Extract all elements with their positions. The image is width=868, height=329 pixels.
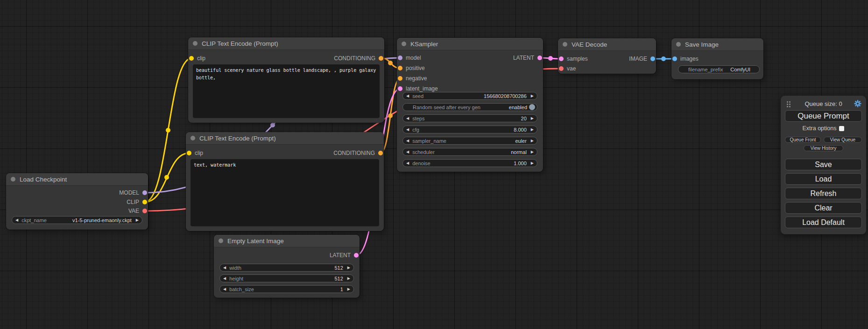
queue-menu-panel: Queue size: 0 Queue Prompt Extra options… [781,96,866,234]
node-ksampler[interactable]: KSampler model positive negative latent_… [397,38,543,172]
decrement-arrow-icon[interactable]: ◀ [406,128,409,132]
increment-arrow-icon[interactable]: ▶ [531,128,534,132]
decrement-arrow-icon[interactable]: ◀ [406,150,409,154]
node-save-image[interactable]: Save Image images filename_prefix ComfyU… [671,38,763,79]
increment-arrow-icon[interactable]: ▶ [347,266,350,270]
increment-arrow-icon[interactable]: ▶ [531,117,534,120]
clip-input-port[interactable] [189,56,194,61]
extra-options-checkbox[interactable] [839,126,844,131]
batch-size-widget[interactable]: ◀ batch_size 1 ▶ [219,285,354,293]
collapse-dot-icon[interactable] [11,177,15,182]
clip-output-port[interactable] [142,200,147,204]
random-seed-toggle-widget[interactable]: Random seed after every gen enabled [402,103,537,111]
queue-front-button[interactable]: Queue Front [785,137,821,143]
decrement-arrow-icon[interactable]: ◀ [223,266,226,270]
decrement-arrow-icon[interactable]: ◀ [223,277,226,280]
drag-handle-icon[interactable] [787,101,788,103]
positive-prompt-textarea[interactable]: beautiful scenery nature glass bottle la… [193,64,380,118]
node-title-bar[interactable]: KSampler [397,38,543,50]
node-clip-text-encode-negative[interactable]: CLIP Text Encode (Prompt) clip CONDITION… [186,132,384,231]
widget-label: scheduler [412,149,511,155]
view-history-button[interactable]: View History [804,145,843,151]
widget-value: normal [511,149,527,155]
image-output-port[interactable] [650,56,655,61]
decrement-arrow-icon[interactable]: ◀ [406,161,409,165]
load-button[interactable]: Load [785,173,862,185]
samples-input-port[interactable] [559,56,564,61]
sampler-name-widget[interactable]: ◀ sampler_name euler ▶ [402,137,537,145]
view-queue-button[interactable]: View Queue [824,137,862,143]
increment-arrow-icon[interactable]: ▶ [347,277,350,280]
output-slot-latent: LATENT [513,54,542,62]
widget-label: cfg [412,127,514,133]
widget-value: enabled [509,105,527,110]
clear-button[interactable]: Clear [785,202,862,214]
widget-label: height [229,276,334,281]
clip-input-port[interactable] [187,151,191,155]
collapse-dot-icon[interactable] [563,42,567,47]
vae-input-port[interactable] [559,66,564,71]
positive-input-port[interactable] [398,66,402,70]
node-title: VAE Decode [572,41,607,48]
conditioning-output-port[interactable] [379,56,383,61]
model-output-port[interactable] [142,190,147,195]
seed-widget[interactable]: ◀ seed 156680208700286 ▶ [402,92,537,100]
collapse-dot-icon[interactable] [402,42,406,46]
comfyui-canvas[interactable]: { "nodes": { "load_checkpoint": { "title… [0,0,868,329]
vae-output-port[interactable] [142,209,147,213]
widget-label: seed [412,93,484,99]
increment-arrow-icon[interactable]: ▶ [531,139,534,143]
increment-arrow-icon[interactable]: ▶ [531,94,534,98]
refresh-button[interactable]: Refresh [785,188,862,199]
node-title-bar[interactable]: CLIP Text Encode (Prompt) [186,132,384,145]
decrement-arrow-icon[interactable]: ◀ [223,287,226,291]
increment-arrow-icon[interactable]: ▶ [531,150,534,154]
input-slot-samples: samples [559,55,588,63]
node-title-bar[interactable]: CLIP Text Encode (Prompt) [188,37,384,50]
queue-prompt-button[interactable]: Queue Prompt [785,110,862,122]
conditioning-output-port[interactable] [378,151,383,155]
node-title-bar[interactable]: VAE Decode [558,38,656,51]
increment-arrow-icon[interactable]: ▶ [531,161,534,165]
images-input-port[interactable] [672,56,677,61]
node-clip-text-encode-positive[interactable]: CLIP Text Encode (Prompt) clip CONDITION… [188,37,384,123]
scheduler-widget[interactable]: ◀ scheduler normal ▶ [402,148,537,156]
ckpt-name-widget[interactable]: ◀ ckpt_name v1-5-pruned-emaonly.ckpt ▶ [12,216,142,224]
filename-prefix-widget[interactable]: filename_prefix ComfyUI [678,65,760,73]
decrement-arrow-icon[interactable]: ◀ [406,94,409,98]
node-empty-latent-image[interactable]: Empty Latent Image LATENT ◀ width 512 ▶ … [214,235,360,298]
collapse-dot-icon[interactable] [191,136,195,140]
cfg-widget[interactable]: ◀ cfg 8.000 ▶ [402,126,537,133]
latent-output-port[interactable] [354,253,359,258]
height-widget[interactable]: ◀ height 512 ▶ [219,274,354,282]
settings-gear-icon[interactable] [854,100,861,109]
negative-input-port[interactable] [398,76,402,81]
output-slot-model: MODEL [119,189,147,197]
node-vae-decode[interactable]: VAE Decode samples vae IMAGE [558,38,656,74]
collapse-dot-icon[interactable] [219,238,223,243]
node-load-checkpoint[interactable]: Load Checkpoint MODEL CLIP VAE ◀ ckpt_na… [6,173,148,230]
latent-image-input-port[interactable] [398,86,402,91]
load-default-button[interactable]: Load Default [785,217,862,228]
node-title-bar[interactable]: Empty Latent Image [214,235,360,247]
toggle-dot-icon[interactable] [529,104,535,110]
increment-arrow-icon[interactable]: ▶ [347,287,350,291]
decrement-arrow-icon[interactable]: ◀ [15,218,18,222]
node-title-bar[interactable]: Load Checkpoint [6,173,148,186]
latent-output-port[interactable] [537,56,542,60]
slot-label: images [680,56,699,62]
collapse-dot-icon[interactable] [676,42,681,47]
negative-prompt-textarea[interactable]: text, watermark [191,159,379,226]
node-title: KSampler [410,41,438,48]
width-widget[interactable]: ◀ width 512 ▶ [219,264,354,272]
widget-value: 1.000 [514,161,527,166]
steps-widget[interactable]: ◀ steps 20 ▶ [402,114,537,122]
node-title-bar[interactable]: Save Image [671,38,763,51]
model-input-port[interactable] [398,56,402,60]
decrement-arrow-icon[interactable]: ◀ [406,117,409,120]
save-button[interactable]: Save [785,159,862,170]
collapse-dot-icon[interactable] [193,41,198,46]
denoise-widget[interactable]: ◀ denoise 1.000 ▶ [402,159,537,167]
decrement-arrow-icon[interactable]: ◀ [406,139,409,143]
increment-arrow-icon[interactable]: ▶ [136,218,139,222]
